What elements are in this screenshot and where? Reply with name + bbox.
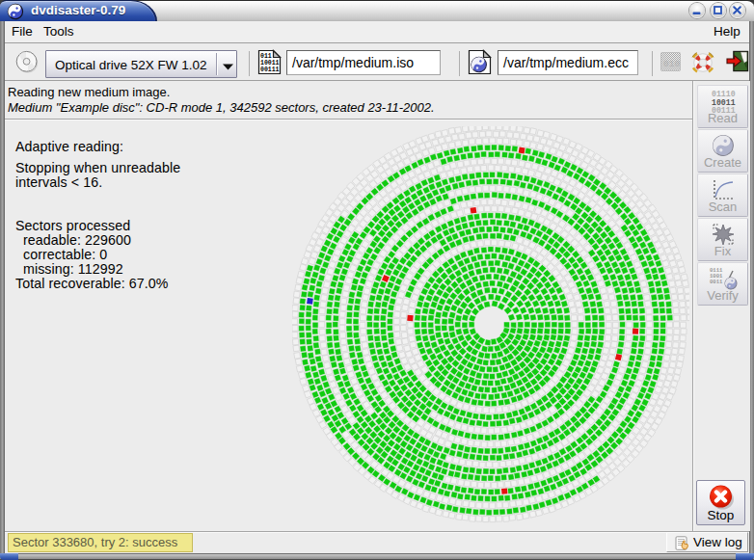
svg-text:00111: 00111 [260, 67, 280, 73]
svg-text:10011: 10011 [260, 60, 280, 67]
svg-text:011: 011 [260, 53, 272, 60]
svg-text:0011: 0011 [710, 279, 723, 285]
